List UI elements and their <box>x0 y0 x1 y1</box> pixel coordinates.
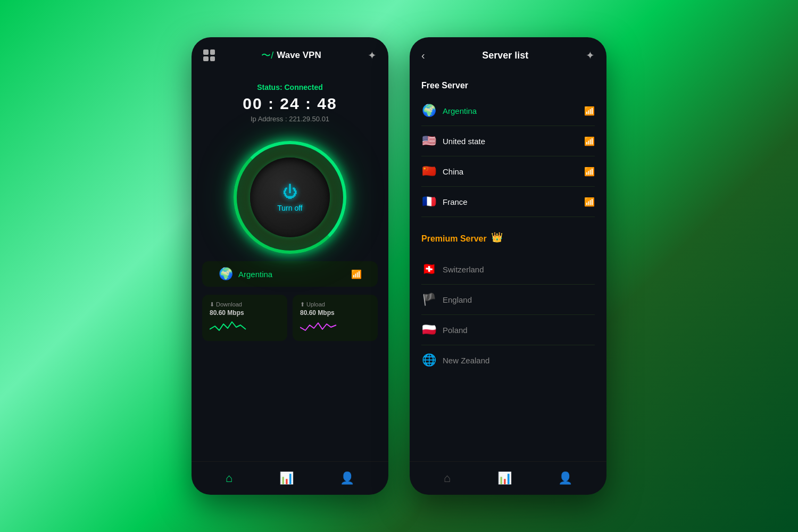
flag-argentina: 🌍 <box>421 103 436 118</box>
status-label: Status: Connected <box>192 83 388 92</box>
ip-address: Ip Address : 221.29.50.01 <box>192 115 388 123</box>
download-value: 80.60 Mbps <box>210 309 280 317</box>
right-nav-stats-icon[interactable]: 📊 <box>497 471 512 485</box>
right-phone: ‹ Server list ✦ Free Server 🌍 Argentina … <box>410 37 606 495</box>
server-name-switzerland: Switzerland <box>443 265 484 274</box>
server-item-new-zealand[interactable]: 🌐 New Zealand <box>421 345 595 375</box>
free-server-label: Free Server <box>421 81 595 90</box>
back-button[interactable]: ‹ <box>421 49 425 62</box>
upload-card: ⬆ Upload 80.60 Mbps <box>293 295 378 341</box>
page-title: Server list <box>482 50 528 61</box>
right-bottom-nav: ⌂ 📊 👤 <box>410 461 606 495</box>
server-name-france: France <box>443 197 468 206</box>
premium-server-label: Premium Server <box>421 234 487 244</box>
theme-toggle-icon[interactable]: ✦ <box>368 49 377 62</box>
current-server-flag: 🌍 <box>218 267 233 281</box>
flag-france: 🇫🇷 <box>421 194 436 209</box>
signal-china: 📶 <box>584 167 595 177</box>
signal-france: 📶 <box>584 197 595 207</box>
server-item-argentina[interactable]: 🌍 Argentina 📶 <box>421 96 595 126</box>
flag-england: 🏴 <box>421 292 436 307</box>
nav-stats-icon[interactable]: 📊 <box>279 471 294 485</box>
download-card: ⬇ Download 80.60 Mbps <box>202 295 287 341</box>
server-name-new-zealand: New Zealand <box>443 356 489 365</box>
logo-area: 〜/ Wave VPN <box>261 49 321 62</box>
status-value: Connected <box>285 83 323 92</box>
server-item-switzerland[interactable]: 🇨🇭 Switzerland <box>421 254 595 285</box>
right-nav-profile-icon[interactable]: 👤 <box>558 471 572 485</box>
upload-wave-chart <box>300 320 337 332</box>
power-button[interactable]: ⏻ Turn off <box>250 157 330 237</box>
speed-section: ⬇ Download 80.60 Mbps ⬆ Upload 80.60 Mbp… <box>202 295 378 341</box>
flag-us: 🇺🇸 <box>421 134 436 148</box>
crown-icon: 👑 <box>491 231 503 243</box>
server-name-poland: Poland <box>443 326 468 335</box>
right-nav-home-icon[interactable]: ⌂ <box>444 471 451 485</box>
server-list: Free Server 🌍 Argentina 📶 🇺🇸 United stat… <box>410 67 606 461</box>
app-title: Wave VPN <box>277 50 321 61</box>
server-name-china: China <box>443 167 463 176</box>
upload-value: 80.60 Mbps <box>300 309 370 317</box>
server-item-us[interactable]: 🇺🇸 United state 📶 <box>421 126 595 156</box>
flag-new-zealand: 🌐 <box>421 353 436 368</box>
download-wave-chart <box>210 320 247 332</box>
nav-profile-icon[interactable]: 👤 <box>340 471 354 485</box>
power-ring-outer: ⏻ Turn off <box>237 144 343 251</box>
server-item-england[interactable]: 🏴 England <box>421 285 595 315</box>
right-top-bar: ‹ Server list ✦ <box>410 37 606 67</box>
server-name-us: United state <box>443 137 485 146</box>
current-server-name: Argentina <box>238 270 272 279</box>
status-section: Status: Connected 00 : 24 : 48 Ip Addres… <box>192 83 388 123</box>
server-name-argentina: Argentina <box>443 106 477 115</box>
logo-wave-icon: 〜/ <box>261 49 273 62</box>
server-item-china[interactable]: 🇨🇳 China 📶 <box>421 156 595 187</box>
nav-home-icon[interactable]: ⌂ <box>226 471 232 485</box>
signal-us: 📶 <box>584 136 595 146</box>
connection-timer: 00 : 24 : 48 <box>192 95 388 113</box>
power-symbol-icon: ⏻ <box>282 183 297 201</box>
flag-china: 🇨🇳 <box>421 164 436 179</box>
left-bottom-nav: ⌂ 📊 👤 <box>192 461 388 495</box>
signal-strength-icon: 📶 <box>351 269 362 279</box>
current-server-bar[interactable]: 🌍 Argentina 📶 <box>202 261 378 287</box>
server-item-poland[interactable]: 🇵🇱 Poland <box>421 315 595 345</box>
power-button-area: ⏻ Turn off <box>192 144 388 251</box>
grid-icon[interactable] <box>203 49 215 61</box>
power-btn-label: Turn off <box>277 204 302 212</box>
left-phone: 〜/ Wave VPN ✦ Status: Connected 00 : 24 … <box>192 37 388 495</box>
theme-toggle-icon-right[interactable]: ✦ <box>586 49 595 62</box>
upload-label: ⬆ Upload <box>300 301 370 308</box>
flag-poland: 🇵🇱 <box>421 322 436 337</box>
server-item-france[interactable]: 🇫🇷 France 📶 <box>421 187 595 217</box>
flag-switzerland: 🇨🇭 <box>421 262 436 277</box>
signal-argentina: 📶 <box>584 106 595 116</box>
server-name-england: England <box>443 295 472 304</box>
download-label: ⬇ Download <box>210 301 280 308</box>
left-top-bar: 〜/ Wave VPN ✦ <box>192 37 388 67</box>
